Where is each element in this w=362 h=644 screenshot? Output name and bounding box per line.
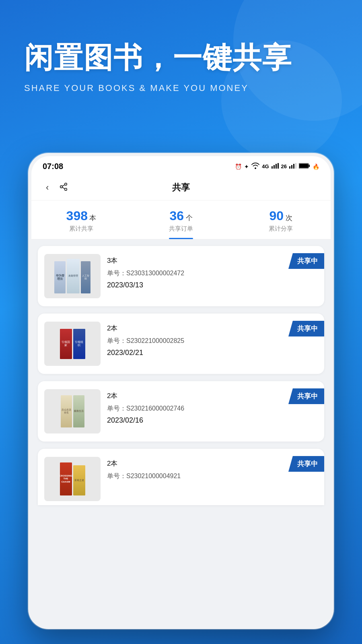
order-date-2: 2023/02/21 [107, 349, 318, 357]
orders-list: 华为管理法 友能管理 人工智能 [31, 239, 331, 626]
status-badge-1: 共享中 [288, 253, 324, 269]
stats-bar: 398 本 累计共享 36 个 共享订单 90 次 [31, 200, 331, 239]
wifi-icon [251, 163, 259, 170]
stat-number-total: 398 [66, 208, 88, 223]
battery-icon [299, 163, 310, 170]
share-button[interactable] [59, 182, 68, 193]
svg-rect-7 [295, 163, 296, 169]
stat-unit-share: 次 [286, 214, 292, 222]
status-icons: ⏰ ✦ 4G 26 [235, 163, 319, 170]
signal-bars-icon [272, 163, 279, 170]
page-title: 共享 [172, 182, 190, 194]
svg-rect-1 [274, 165, 275, 169]
back-button[interactable]: ‹ [43, 181, 52, 194]
stat-label-total: 累计共享 [31, 225, 131, 233]
order-card-3[interactable]: 怎么生活全生 极致生活 2本 [38, 381, 324, 442]
stat-label-orders: 共享订单 [131, 225, 231, 233]
status-bar: 07:08 ⏰ ✦ 4G 26 [31, 156, 331, 175]
alarm-icon: ⏰ [235, 163, 242, 170]
stat-number-orders: 36 [169, 208, 184, 223]
main-title: 闲置图书，一键共享 [24, 40, 338, 75]
svg-rect-3 [278, 163, 279, 169]
order-no-1: 单号：S230313000002472 [107, 269, 318, 278]
svg-line-15 [62, 184, 65, 186]
svg-rect-6 [293, 164, 294, 169]
order-books-image-4: CROSSING THE CHASM 富裕之道 [44, 457, 101, 501]
order-info-1: 3本 单号：S230313000002472 2023/03/13 [107, 254, 318, 289]
order-no-4: 单号：S23021000004921 [107, 472, 318, 481]
order-books-image-1: 华为管理法 友能管理 人工智能 [44, 254, 101, 298]
svg-line-14 [62, 187, 65, 189]
order-books-image-3: 怎么生活全生 极致生活 [44, 389, 101, 433]
stat-total-shared[interactable]: 398 本 累计共享 [31, 208, 131, 239]
order-date-1: 2023/03/13 [107, 281, 318, 289]
stat-unit-total: 本 [89, 214, 96, 222]
status-badge-3: 共享中 [288, 388, 324, 404]
order-count-2: 2本 [107, 322, 318, 333]
status-time: 07:08 [43, 162, 63, 171]
svg-rect-5 [291, 165, 292, 169]
status-badge-4: 共享中 [288, 456, 324, 472]
order-count-1: 3本 [107, 254, 318, 265]
svg-rect-2 [276, 164, 277, 169]
order-count-3: 2本 [107, 389, 318, 400]
signal-4g-icon: 4G [262, 163, 269, 169]
svg-rect-9 [299, 164, 308, 168]
fire-icon: 🔥 [313, 163, 319, 170]
stat-label-share: 累计分享 [231, 225, 331, 233]
stat-unit-orders: 个 [186, 214, 193, 222]
order-date-3: 2023/02/16 [107, 416, 318, 425]
order-no-2: 单号：S230221000002825 [107, 337, 318, 345]
order-card-4[interactable]: CROSSING THE CHASM 富裕之道 [38, 449, 324, 505]
stat-number-share: 90 [269, 208, 284, 223]
order-info-4: 2本 单号：S23021000004921 [107, 457, 318, 484]
order-card-2[interactable]: 引领国家 引领组织 2本 [38, 314, 324, 374]
phone-frame: 07:08 ⏰ ✦ 4G 26 [28, 153, 334, 629]
order-info-3: 2本 单号：S230216000002746 2023/02/16 [107, 389, 318, 425]
phone-inner: 07:08 ⏰ ✦ 4G 26 [31, 156, 331, 626]
nav-bar: ‹ 共享 [31, 175, 331, 200]
svg-rect-10 [309, 165, 310, 167]
stat-total-share[interactable]: 90 次 累计分享 [231, 208, 331, 239]
bluetooth-icon: ✦ [244, 163, 249, 170]
status-badge-2: 共享中 [288, 321, 324, 336]
phone-mockup: 07:08 ⏰ ✦ 4G 26 [28, 153, 334, 629]
order-count-4: 2本 [107, 457, 318, 468]
svg-rect-0 [272, 166, 273, 169]
order-books-image-2: 引领国家 引领组织 [44, 322, 101, 366]
signal-bars2-icon [289, 163, 296, 170]
order-no-3: 单号：S230216000002746 [107, 405, 318, 413]
sub-title: SHARE YOUR BOOKS & MAKE YOU MONEY [24, 83, 338, 93]
order-card-1[interactable]: 华为管理法 友能管理 人工智能 [38, 246, 324, 306]
order-info-2: 2本 单号：S230221000002825 2023/02/21 [107, 322, 318, 357]
stat-orders[interactable]: 36 个 共享订单 [131, 208, 231, 239]
header-section: 闲置图书，一键共享 SHARE YOUR BOOKS & MAKE YOU MO… [0, 0, 362, 109]
svg-rect-4 [289, 166, 290, 169]
signal-26-icon: 26 [281, 163, 287, 169]
